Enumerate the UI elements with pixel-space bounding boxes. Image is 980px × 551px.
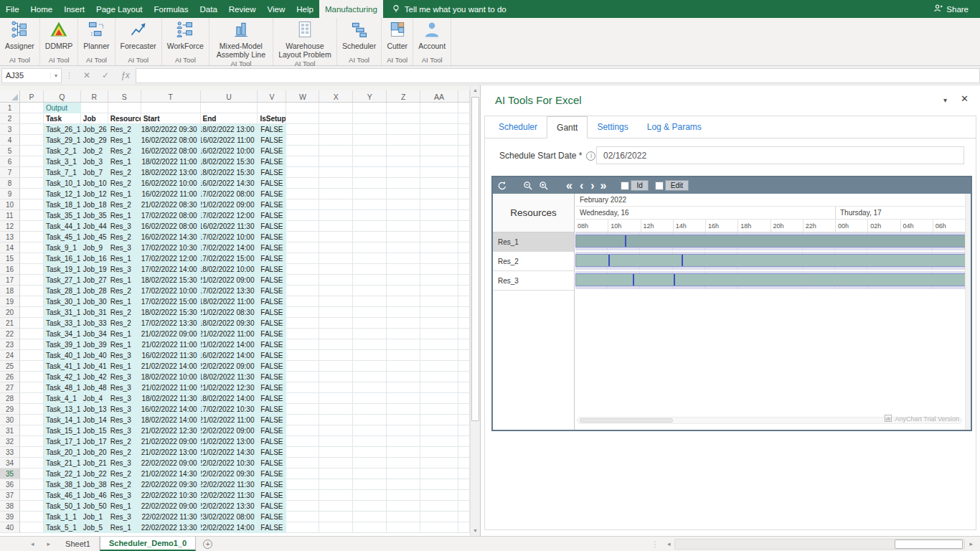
cell[interactable] xyxy=(387,178,420,189)
cell[interactable]: 21/02/2022 08:30 xyxy=(141,199,201,210)
cell[interactable]: 17/02/2022 10:30 xyxy=(141,242,201,253)
cell[interactable] xyxy=(353,210,387,221)
cell[interactable] xyxy=(387,156,420,167)
cell[interactable] xyxy=(420,210,458,221)
cell[interactable] xyxy=(458,350,470,361)
cell[interactable]: 21/02/2022 14:00 xyxy=(201,339,258,350)
cell[interactable]: Task xyxy=(44,113,81,124)
cell[interactable] xyxy=(353,124,387,135)
column-header-y[interactable]: Y xyxy=(353,90,387,102)
cell[interactable] xyxy=(420,415,458,425)
cell[interactable]: Job_50 xyxy=(81,501,108,512)
account-button[interactable]: Account xyxy=(413,18,451,51)
cell[interactable]: Task_44_1 xyxy=(44,221,81,232)
cell[interactable] xyxy=(353,103,387,113)
cell[interactable] xyxy=(286,382,319,393)
cell[interactable] xyxy=(458,296,470,307)
cell[interactable] xyxy=(353,501,387,512)
cell[interactable]: 16/02/2022 11:00 xyxy=(141,189,201,199)
cell[interactable]: FALSE xyxy=(258,264,286,275)
cell[interactable] xyxy=(319,113,353,124)
cell[interactable]: 22/02/2022 09:00 xyxy=(201,425,258,436)
cell[interactable]: 21/02/2022 12:30 xyxy=(201,382,258,393)
cell[interactable] xyxy=(458,329,470,339)
cell[interactable] xyxy=(420,361,458,372)
cell[interactable] xyxy=(319,382,353,393)
cell[interactable]: FALSE xyxy=(258,156,286,167)
info-icon[interactable]: i xyxy=(586,151,595,161)
cell[interactable] xyxy=(286,113,319,124)
row-header-27[interactable]: 27 xyxy=(0,382,20,393)
cell[interactable]: FALSE xyxy=(258,167,286,178)
step-forward-icon[interactable]: › xyxy=(590,179,594,192)
cell[interactable]: Task_1_1 xyxy=(44,512,81,522)
cell[interactable]: Job_29 xyxy=(81,135,108,146)
scheduler-button[interactable]: Scheduler xyxy=(337,18,381,51)
cell[interactable] xyxy=(387,232,420,242)
cell[interactable]: Res_1 xyxy=(108,210,141,221)
cell[interactable]: FALSE xyxy=(258,372,286,382)
cell[interactable]: 17/02/2022 10:00 xyxy=(201,232,258,242)
gantt-bar-res-1[interactable] xyxy=(575,235,965,248)
cell[interactable]: Task_28_1 xyxy=(44,286,81,296)
cell[interactable] xyxy=(387,189,420,199)
cell[interactable]: Res_1 xyxy=(108,501,141,512)
cell[interactable] xyxy=(420,436,458,447)
cell[interactable] xyxy=(319,404,353,415)
cell[interactable]: Task_14_1 xyxy=(44,415,81,425)
cell[interactable] xyxy=(319,156,353,167)
cell[interactable] xyxy=(420,512,458,522)
cell[interactable] xyxy=(387,307,420,318)
cell[interactable]: Res_2 xyxy=(108,479,141,490)
cell[interactable] xyxy=(353,372,387,382)
cell[interactable]: 18/02/2022 15:30 xyxy=(201,167,258,178)
resource-row-res-2[interactable]: Res_2 xyxy=(493,252,574,271)
cell[interactable]: 16/02/2022 10:00 xyxy=(141,178,201,189)
cell[interactable] xyxy=(286,501,319,512)
cell[interactable] xyxy=(353,146,387,156)
cell[interactable] xyxy=(420,329,458,339)
cell[interactable] xyxy=(458,178,470,189)
cell[interactable] xyxy=(286,156,319,167)
cell[interactable]: 18/02/2022 11:30 xyxy=(141,393,201,404)
cell[interactable]: Job_18 xyxy=(81,199,108,210)
cell[interactable] xyxy=(420,103,458,113)
cell[interactable] xyxy=(387,425,420,436)
cell[interactable]: 21/02/2022 14:00 xyxy=(141,361,201,372)
cell[interactable]: Res_3 xyxy=(108,490,141,501)
cell[interactable] xyxy=(20,468,44,479)
cell[interactable] xyxy=(458,372,470,382)
cell[interactable] xyxy=(286,253,319,264)
cell[interactable] xyxy=(20,167,44,178)
cell[interactable] xyxy=(353,522,387,533)
row-header-39[interactable]: 39 xyxy=(0,512,20,522)
cell[interactable] xyxy=(353,286,387,296)
cell[interactable] xyxy=(458,103,470,113)
cell[interactable]: Res_1 xyxy=(108,253,141,264)
cell[interactable] xyxy=(286,135,319,146)
ribbon-tab-page-layout[interactable]: Page Layout xyxy=(90,0,149,18)
cell[interactable]: 22/02/2022 09:30 xyxy=(201,468,258,479)
cell[interactable]: 16/02/2022 11:00 xyxy=(201,135,258,146)
cell[interactable]: FALSE xyxy=(258,490,286,501)
row-header-14[interactable]: 14 xyxy=(0,242,20,253)
row-header-6[interactable]: 6 xyxy=(0,156,20,167)
cell[interactable] xyxy=(20,372,44,382)
cell[interactable]: Job_39 xyxy=(81,339,108,350)
cell[interactable] xyxy=(420,393,458,404)
cell[interactable]: Task_3_1 xyxy=(44,156,81,167)
cell[interactable] xyxy=(458,468,470,479)
id-checkbox[interactable] xyxy=(621,182,629,190)
cell[interactable]: Start xyxy=(141,113,201,124)
cell[interactable]: Job_15 xyxy=(81,425,108,436)
cell[interactable] xyxy=(319,447,353,458)
cell[interactable] xyxy=(420,425,458,436)
cell[interactable] xyxy=(353,425,387,436)
edit-toggle-button[interactable]: Edit xyxy=(665,180,689,191)
cell[interactable]: Res_2 xyxy=(108,167,141,178)
cell[interactable] xyxy=(286,318,319,329)
gantt-scrollbar-thumb[interactable] xyxy=(580,418,673,423)
cell[interactable] xyxy=(458,361,470,372)
cell[interactable] xyxy=(286,436,319,447)
cell[interactable] xyxy=(420,189,458,199)
